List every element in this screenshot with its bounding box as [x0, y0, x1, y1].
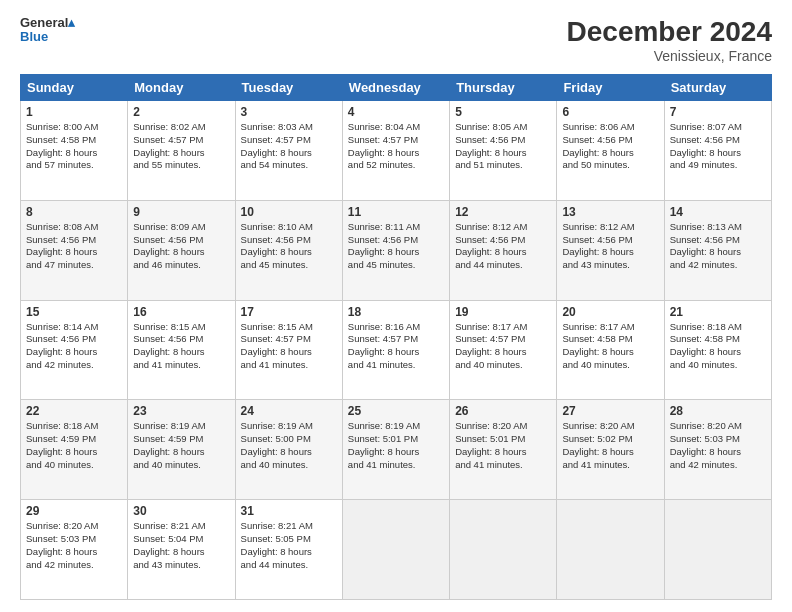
- daylight-continued: and 42 minutes.: [670, 259, 766, 272]
- daylight-continued: and 42 minutes.: [26, 359, 122, 372]
- daylight-continued: and 52 minutes.: [348, 159, 444, 172]
- calendar-cell: 29 Sunrise: 8:20 AM Sunset: 5:03 PM Dayl…: [21, 500, 128, 600]
- logo: General▴ Blue: [20, 16, 75, 45]
- daylight-continued: and 41 minutes.: [455, 459, 551, 472]
- day-number: 12: [455, 205, 551, 219]
- daylight-line: Daylight: 8 hours: [348, 346, 444, 359]
- calendar-cell: 8 Sunrise: 8:08 AM Sunset: 4:56 PM Dayli…: [21, 200, 128, 300]
- daylight-continued: and 50 minutes.: [562, 159, 658, 172]
- calendar-cell: 23 Sunrise: 8:19 AM Sunset: 4:59 PM Dayl…: [128, 400, 235, 500]
- day-number: 15: [26, 305, 122, 319]
- daylight-line: Daylight: 8 hours: [241, 546, 337, 559]
- day-number: 19: [455, 305, 551, 319]
- header-wednesday: Wednesday: [342, 75, 449, 101]
- sunrise-line: Sunrise: 8:20 AM: [562, 420, 658, 433]
- daylight-continued: and 41 minutes.: [241, 359, 337, 372]
- daylight-continued: and 45 minutes.: [241, 259, 337, 272]
- sunrise-line: Sunrise: 8:17 AM: [455, 321, 551, 334]
- sunset-line: Sunset: 4:58 PM: [26, 134, 122, 147]
- daylight-line: Daylight: 8 hours: [241, 446, 337, 459]
- sunrise-line: Sunrise: 8:17 AM: [562, 321, 658, 334]
- calendar-cell: 1 Sunrise: 8:00 AM Sunset: 4:58 PM Dayli…: [21, 101, 128, 201]
- sunset-line: Sunset: 5:01 PM: [455, 433, 551, 446]
- title-block: December 2024 Venissieux, France: [567, 16, 772, 64]
- calendar-cell: 11 Sunrise: 8:11 AM Sunset: 4:56 PM Dayl…: [342, 200, 449, 300]
- sunset-line: Sunset: 4:56 PM: [26, 234, 122, 247]
- daylight-line: Daylight: 8 hours: [670, 446, 766, 459]
- calendar-cell: 7 Sunrise: 8:07 AM Sunset: 4:56 PM Dayli…: [664, 101, 771, 201]
- calendar-cell: 26 Sunrise: 8:20 AM Sunset: 5:01 PM Dayl…: [450, 400, 557, 500]
- daylight-line: Daylight: 8 hours: [348, 246, 444, 259]
- sunset-line: Sunset: 4:56 PM: [562, 134, 658, 147]
- daylight-continued: and 57 minutes.: [26, 159, 122, 172]
- day-number: 22: [26, 404, 122, 418]
- daylight-continued: and 41 minutes.: [348, 359, 444, 372]
- calendar-cell: 15 Sunrise: 8:14 AM Sunset: 4:56 PM Dayl…: [21, 300, 128, 400]
- daylight-continued: and 41 minutes.: [562, 459, 658, 472]
- main-title: December 2024: [567, 16, 772, 48]
- sunset-line: Sunset: 5:02 PM: [562, 433, 658, 446]
- sunrise-line: Sunrise: 8:15 AM: [133, 321, 229, 334]
- sunrise-line: Sunrise: 8:20 AM: [26, 520, 122, 533]
- calendar-cell: 18 Sunrise: 8:16 AM Sunset: 4:57 PM Dayl…: [342, 300, 449, 400]
- sunset-line: Sunset: 5:03 PM: [670, 433, 766, 446]
- day-number: 3: [241, 105, 337, 119]
- sunrise-line: Sunrise: 8:19 AM: [241, 420, 337, 433]
- sunset-line: Sunset: 4:58 PM: [562, 333, 658, 346]
- week-row-5: 29 Sunrise: 8:20 AM Sunset: 5:03 PM Dayl…: [21, 500, 772, 600]
- daylight-line: Daylight: 8 hours: [670, 346, 766, 359]
- daylight-line: Daylight: 8 hours: [241, 246, 337, 259]
- sunset-line: Sunset: 5:01 PM: [348, 433, 444, 446]
- sunset-line: Sunset: 4:56 PM: [455, 234, 551, 247]
- sunset-line: Sunset: 4:56 PM: [241, 234, 337, 247]
- daylight-line: Daylight: 8 hours: [26, 546, 122, 559]
- daylight-line: Daylight: 8 hours: [133, 246, 229, 259]
- daylight-continued: and 43 minutes.: [133, 559, 229, 572]
- day-number: 28: [670, 404, 766, 418]
- sunrise-line: Sunrise: 8:18 AM: [670, 321, 766, 334]
- calendar-cell: 9 Sunrise: 8:09 AM Sunset: 4:56 PM Dayli…: [128, 200, 235, 300]
- day-number: 21: [670, 305, 766, 319]
- week-row-3: 15 Sunrise: 8:14 AM Sunset: 4:56 PM Dayl…: [21, 300, 772, 400]
- sunset-line: Sunset: 4:56 PM: [26, 333, 122, 346]
- calendar-cell: 25 Sunrise: 8:19 AM Sunset: 5:01 PM Dayl…: [342, 400, 449, 500]
- daylight-line: Daylight: 8 hours: [455, 246, 551, 259]
- daylight-continued: and 45 minutes.: [348, 259, 444, 272]
- sunrise-line: Sunrise: 8:04 AM: [348, 121, 444, 134]
- daylight-line: Daylight: 8 hours: [26, 446, 122, 459]
- sunrise-line: Sunrise: 8:08 AM: [26, 221, 122, 234]
- calendar-cell: 10 Sunrise: 8:10 AM Sunset: 4:56 PM Dayl…: [235, 200, 342, 300]
- sunset-line: Sunset: 4:57 PM: [348, 134, 444, 147]
- calendar-cell: 14 Sunrise: 8:13 AM Sunset: 4:56 PM Dayl…: [664, 200, 771, 300]
- daylight-continued: and 40 minutes.: [133, 459, 229, 472]
- sunrise-line: Sunrise: 8:15 AM: [241, 321, 337, 334]
- sunrise-line: Sunrise: 8:20 AM: [455, 420, 551, 433]
- daylight-line: Daylight: 8 hours: [670, 246, 766, 259]
- day-number: 2: [133, 105, 229, 119]
- daylight-continued: and 44 minutes.: [455, 259, 551, 272]
- daylight-continued: and 51 minutes.: [455, 159, 551, 172]
- sunset-line: Sunset: 4:57 PM: [455, 333, 551, 346]
- calendar-cell: 13 Sunrise: 8:12 AM Sunset: 4:56 PM Dayl…: [557, 200, 664, 300]
- header-friday: Friday: [557, 75, 664, 101]
- sunrise-line: Sunrise: 8:06 AM: [562, 121, 658, 134]
- daylight-continued: and 41 minutes.: [133, 359, 229, 372]
- calendar-cell: 3 Sunrise: 8:03 AM Sunset: 4:57 PM Dayli…: [235, 101, 342, 201]
- calendar-header-row: SundayMondayTuesdayWednesdayThursdayFrid…: [21, 75, 772, 101]
- daylight-line: Daylight: 8 hours: [562, 446, 658, 459]
- logo-text-general: General▴: [20, 16, 75, 30]
- day-number: 23: [133, 404, 229, 418]
- sunset-line: Sunset: 5:04 PM: [133, 533, 229, 546]
- header-thursday: Thursday: [450, 75, 557, 101]
- daylight-line: Daylight: 8 hours: [26, 346, 122, 359]
- sunset-line: Sunset: 4:58 PM: [670, 333, 766, 346]
- daylight-continued: and 42 minutes.: [670, 459, 766, 472]
- header: General▴ Blue December 2024 Venissieux, …: [20, 16, 772, 64]
- calendar-cell: 12 Sunrise: 8:12 AM Sunset: 4:56 PM Dayl…: [450, 200, 557, 300]
- calendar-cell: 16 Sunrise: 8:15 AM Sunset: 4:56 PM Dayl…: [128, 300, 235, 400]
- sunrise-line: Sunrise: 8:05 AM: [455, 121, 551, 134]
- sunrise-line: Sunrise: 8:10 AM: [241, 221, 337, 234]
- sunrise-line: Sunrise: 8:16 AM: [348, 321, 444, 334]
- sunrise-line: Sunrise: 8:12 AM: [455, 221, 551, 234]
- day-number: 4: [348, 105, 444, 119]
